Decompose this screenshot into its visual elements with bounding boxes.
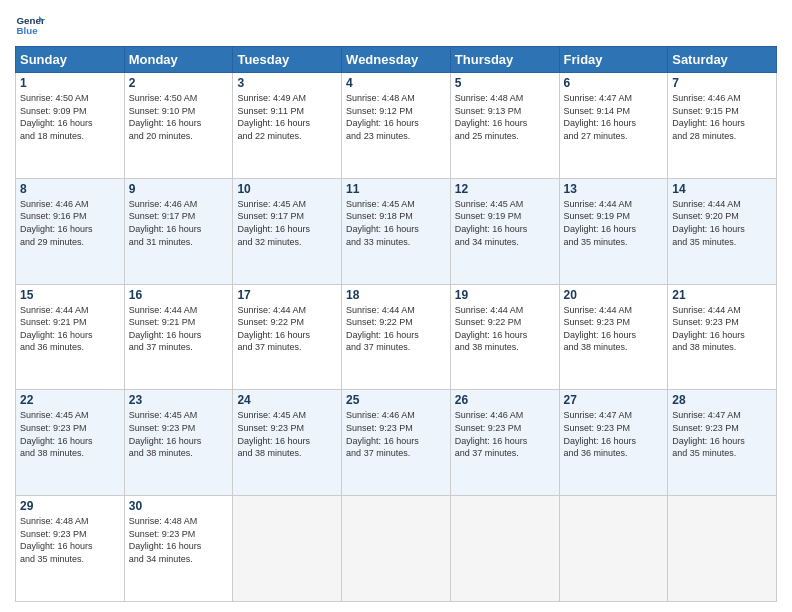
calendar-day-cell: 19Sunrise: 4:44 AM Sunset: 9:22 PM Dayli…: [450, 284, 559, 390]
calendar-day-cell: 7Sunrise: 4:46 AM Sunset: 9:15 PM Daylig…: [668, 73, 777, 179]
calendar-header-saturday: Saturday: [668, 47, 777, 73]
day-number: 25: [346, 393, 446, 407]
calendar-day-cell: 11Sunrise: 4:45 AM Sunset: 9:18 PM Dayli…: [342, 178, 451, 284]
calendar-header-wednesday: Wednesday: [342, 47, 451, 73]
calendar-day-cell: 15Sunrise: 4:44 AM Sunset: 9:21 PM Dayli…: [16, 284, 125, 390]
day-number: 10: [237, 182, 337, 196]
day-number: 29: [20, 499, 120, 513]
day-info: Sunrise: 4:44 AM Sunset: 9:22 PM Dayligh…: [346, 304, 446, 354]
day-number: 20: [564, 288, 664, 302]
day-info: Sunrise: 4:46 AM Sunset: 9:23 PM Dayligh…: [455, 409, 555, 459]
day-number: 16: [129, 288, 229, 302]
calendar-day-cell: 16Sunrise: 4:44 AM Sunset: 9:21 PM Dayli…: [124, 284, 233, 390]
day-number: 1: [20, 76, 120, 90]
day-info: Sunrise: 4:48 AM Sunset: 9:13 PM Dayligh…: [455, 92, 555, 142]
day-info: Sunrise: 4:45 AM Sunset: 9:19 PM Dayligh…: [455, 198, 555, 248]
calendar-day-cell: 22Sunrise: 4:45 AM Sunset: 9:23 PM Dayli…: [16, 390, 125, 496]
logo: General Blue: [15, 10, 45, 40]
calendar-day-cell: 14Sunrise: 4:44 AM Sunset: 9:20 PM Dayli…: [668, 178, 777, 284]
calendar-day-cell: 2Sunrise: 4:50 AM Sunset: 9:10 PM Daylig…: [124, 73, 233, 179]
day-number: 26: [455, 393, 555, 407]
calendar-day-cell: 12Sunrise: 4:45 AM Sunset: 9:19 PM Dayli…: [450, 178, 559, 284]
day-info: Sunrise: 4:49 AM Sunset: 9:11 PM Dayligh…: [237, 92, 337, 142]
day-number: 5: [455, 76, 555, 90]
day-info: Sunrise: 4:46 AM Sunset: 9:17 PM Dayligh…: [129, 198, 229, 248]
calendar-day-cell: 4Sunrise: 4:48 AM Sunset: 9:12 PM Daylig…: [342, 73, 451, 179]
day-number: 21: [672, 288, 772, 302]
logo-icon: General Blue: [15, 10, 45, 40]
calendar-day-cell: 20Sunrise: 4:44 AM Sunset: 9:23 PM Dayli…: [559, 284, 668, 390]
calendar-day-cell: [233, 496, 342, 602]
day-number: 3: [237, 76, 337, 90]
calendar-day-cell: [559, 496, 668, 602]
day-number: 12: [455, 182, 555, 196]
day-info: Sunrise: 4:48 AM Sunset: 9:23 PM Dayligh…: [129, 515, 229, 565]
calendar-day-cell: 6Sunrise: 4:47 AM Sunset: 9:14 PM Daylig…: [559, 73, 668, 179]
day-info: Sunrise: 4:45 AM Sunset: 9:23 PM Dayligh…: [237, 409, 337, 459]
day-info: Sunrise: 4:47 AM Sunset: 9:14 PM Dayligh…: [564, 92, 664, 142]
calendar-day-cell: 18Sunrise: 4:44 AM Sunset: 9:22 PM Dayli…: [342, 284, 451, 390]
svg-text:Blue: Blue: [17, 25, 39, 36]
calendar-week-row: 1Sunrise: 4:50 AM Sunset: 9:09 PM Daylig…: [16, 73, 777, 179]
day-number: 8: [20, 182, 120, 196]
day-info: Sunrise: 4:45 AM Sunset: 9:18 PM Dayligh…: [346, 198, 446, 248]
day-info: Sunrise: 4:48 AM Sunset: 9:12 PM Dayligh…: [346, 92, 446, 142]
day-info: Sunrise: 4:44 AM Sunset: 9:19 PM Dayligh…: [564, 198, 664, 248]
day-info: Sunrise: 4:45 AM Sunset: 9:23 PM Dayligh…: [20, 409, 120, 459]
day-info: Sunrise: 4:45 AM Sunset: 9:17 PM Dayligh…: [237, 198, 337, 248]
day-info: Sunrise: 4:46 AM Sunset: 9:23 PM Dayligh…: [346, 409, 446, 459]
day-number: 6: [564, 76, 664, 90]
calendar-header-friday: Friday: [559, 47, 668, 73]
calendar-day-cell: [668, 496, 777, 602]
day-info: Sunrise: 4:50 AM Sunset: 9:09 PM Dayligh…: [20, 92, 120, 142]
calendar-day-cell: 8Sunrise: 4:46 AM Sunset: 9:16 PM Daylig…: [16, 178, 125, 284]
day-info: Sunrise: 4:44 AM Sunset: 9:21 PM Dayligh…: [129, 304, 229, 354]
day-number: 7: [672, 76, 772, 90]
day-info: Sunrise: 4:44 AM Sunset: 9:22 PM Dayligh…: [455, 304, 555, 354]
day-number: 15: [20, 288, 120, 302]
calendar-header-tuesday: Tuesday: [233, 47, 342, 73]
day-info: Sunrise: 4:44 AM Sunset: 9:21 PM Dayligh…: [20, 304, 120, 354]
day-info: Sunrise: 4:44 AM Sunset: 9:23 PM Dayligh…: [672, 304, 772, 354]
calendar-day-cell: [450, 496, 559, 602]
day-number: 9: [129, 182, 229, 196]
calendar-day-cell: 9Sunrise: 4:46 AM Sunset: 9:17 PM Daylig…: [124, 178, 233, 284]
day-info: Sunrise: 4:44 AM Sunset: 9:22 PM Dayligh…: [237, 304, 337, 354]
day-info: Sunrise: 4:44 AM Sunset: 9:23 PM Dayligh…: [564, 304, 664, 354]
calendar-day-cell: 21Sunrise: 4:44 AM Sunset: 9:23 PM Dayli…: [668, 284, 777, 390]
calendar-header-row: SundayMondayTuesdayWednesdayThursdayFrid…: [16, 47, 777, 73]
day-number: 17: [237, 288, 337, 302]
day-number: 19: [455, 288, 555, 302]
day-number: 18: [346, 288, 446, 302]
calendar-day-cell: 27Sunrise: 4:47 AM Sunset: 9:23 PM Dayli…: [559, 390, 668, 496]
calendar-header-thursday: Thursday: [450, 47, 559, 73]
calendar-day-cell: 10Sunrise: 4:45 AM Sunset: 9:17 PM Dayli…: [233, 178, 342, 284]
day-number: 14: [672, 182, 772, 196]
calendar-table: SundayMondayTuesdayWednesdayThursdayFrid…: [15, 46, 777, 602]
day-info: Sunrise: 4:48 AM Sunset: 9:23 PM Dayligh…: [20, 515, 120, 565]
calendar-header-monday: Monday: [124, 47, 233, 73]
day-info: Sunrise: 4:46 AM Sunset: 9:16 PM Dayligh…: [20, 198, 120, 248]
day-info: Sunrise: 4:50 AM Sunset: 9:10 PM Dayligh…: [129, 92, 229, 142]
calendar-day-cell: [342, 496, 451, 602]
header: General Blue: [15, 10, 777, 40]
calendar-week-row: 29Sunrise: 4:48 AM Sunset: 9:23 PM Dayli…: [16, 496, 777, 602]
day-number: 23: [129, 393, 229, 407]
calendar-day-cell: 17Sunrise: 4:44 AM Sunset: 9:22 PM Dayli…: [233, 284, 342, 390]
calendar-day-cell: 29Sunrise: 4:48 AM Sunset: 9:23 PM Dayli…: [16, 496, 125, 602]
day-number: 4: [346, 76, 446, 90]
calendar-header-sunday: Sunday: [16, 47, 125, 73]
day-number: 30: [129, 499, 229, 513]
calendar-week-row: 15Sunrise: 4:44 AM Sunset: 9:21 PM Dayli…: [16, 284, 777, 390]
calendar-day-cell: 3Sunrise: 4:49 AM Sunset: 9:11 PM Daylig…: [233, 73, 342, 179]
day-number: 22: [20, 393, 120, 407]
calendar-day-cell: 24Sunrise: 4:45 AM Sunset: 9:23 PM Dayli…: [233, 390, 342, 496]
day-info: Sunrise: 4:47 AM Sunset: 9:23 PM Dayligh…: [564, 409, 664, 459]
day-info: Sunrise: 4:45 AM Sunset: 9:23 PM Dayligh…: [129, 409, 229, 459]
calendar-week-row: 22Sunrise: 4:45 AM Sunset: 9:23 PM Dayli…: [16, 390, 777, 496]
day-number: 28: [672, 393, 772, 407]
day-number: 24: [237, 393, 337, 407]
calendar-day-cell: 5Sunrise: 4:48 AM Sunset: 9:13 PM Daylig…: [450, 73, 559, 179]
calendar-day-cell: 13Sunrise: 4:44 AM Sunset: 9:19 PM Dayli…: [559, 178, 668, 284]
calendar-day-cell: 26Sunrise: 4:46 AM Sunset: 9:23 PM Dayli…: [450, 390, 559, 496]
